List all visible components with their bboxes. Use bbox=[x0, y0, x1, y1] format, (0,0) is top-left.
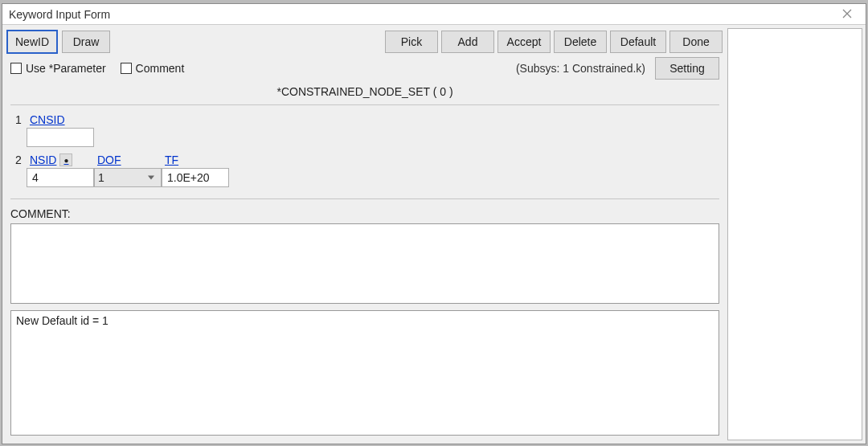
nsid-input[interactable] bbox=[27, 168, 94, 187]
nsid-picker-icon[interactable]: ● bbox=[59, 153, 72, 166]
options-row: Use *Parameter Comment (Subsys: 1 Constr… bbox=[6, 55, 724, 81]
tf-input[interactable] bbox=[162, 168, 229, 187]
field-cnsid: CNSID bbox=[27, 112, 94, 147]
field-tf: TF bbox=[162, 152, 229, 187]
nsid-link[interactable]: NSID bbox=[30, 153, 56, 166]
nsid-label-wrap: NSID ● bbox=[27, 152, 94, 168]
accept-button[interactable]: Accept bbox=[497, 31, 551, 53]
checkbox-icon bbox=[10, 63, 22, 74]
titlebar: Keyword Input Form bbox=[2, 4, 866, 25]
status-log[interactable]: New Default id = 1 bbox=[10, 310, 719, 436]
cnsid-input[interactable] bbox=[27, 128, 94, 147]
comment-checkbox-label: Comment bbox=[136, 62, 185, 75]
dof-value: 1 bbox=[98, 171, 104, 184]
close-icon[interactable] bbox=[835, 7, 859, 21]
default-button[interactable]: Default bbox=[610, 31, 666, 53]
comment-section-label: COMMENT: bbox=[10, 207, 719, 220]
comment-textarea[interactable] bbox=[10, 223, 719, 304]
draw-button[interactable]: Draw bbox=[62, 31, 110, 53]
dof-select[interactable]: 1 bbox=[94, 168, 162, 187]
toolbar: NewID Draw Pick Add Accept Delete Defaul… bbox=[6, 28, 724, 55]
use-parameter-label: Use *Parameter bbox=[26, 62, 106, 75]
main-panel: NewID Draw Pick Add Accept Delete Defaul… bbox=[6, 28, 724, 440]
card-row-1: 1 CNSID bbox=[15, 112, 714, 147]
keyword-input-window: Keyword Input Form NewID Draw Pick Add A… bbox=[2, 3, 866, 444]
card-row-2: 2 NSID ● DOF 1 bbox=[15, 152, 714, 187]
card-index-1: 1 bbox=[15, 112, 27, 126]
body: NewID Draw Pick Add Accept Delete Defaul… bbox=[2, 25, 866, 444]
dof-link[interactable]: DOF bbox=[94, 152, 162, 168]
window-title: Keyword Input Form bbox=[9, 8, 110, 21]
data-cards: 1 CNSID 2 NSID ● bbox=[10, 108, 719, 199]
field-nsid: NSID ● bbox=[27, 152, 94, 187]
delete-button[interactable]: Delete bbox=[554, 31, 607, 53]
keyword-title: *CONSTRAINED_NODE_SET ( 0 ) bbox=[10, 81, 719, 105]
keyword-title-text: *CONSTRAINED_NODE_SET ( 0 ) bbox=[276, 85, 452, 98]
setting-button[interactable]: Setting bbox=[655, 57, 719, 80]
checkbox-icon bbox=[121, 63, 132, 74]
done-button[interactable]: Done bbox=[669, 31, 723, 53]
tf-link[interactable]: TF bbox=[162, 152, 229, 168]
subsystem-label: (Subsys: 1 Constrained.k) bbox=[516, 62, 645, 75]
comment-checkbox[interactable]: Comment bbox=[121, 62, 185, 75]
new-id-button[interactable]: NewID bbox=[7, 31, 57, 53]
pick-button[interactable]: Pick bbox=[385, 31, 438, 53]
field-dof: DOF 1 bbox=[94, 152, 162, 187]
use-parameter-checkbox[interactable]: Use *Parameter bbox=[10, 62, 106, 75]
cnsid-link[interactable]: CNSID bbox=[27, 112, 94, 128]
side-panel bbox=[727, 28, 862, 440]
status-log-text: New Default id = 1 bbox=[16, 314, 108, 327]
add-button[interactable]: Add bbox=[441, 31, 494, 53]
comment-section: COMMENT: bbox=[10, 207, 719, 304]
card-index-2: 2 bbox=[15, 152, 27, 166]
